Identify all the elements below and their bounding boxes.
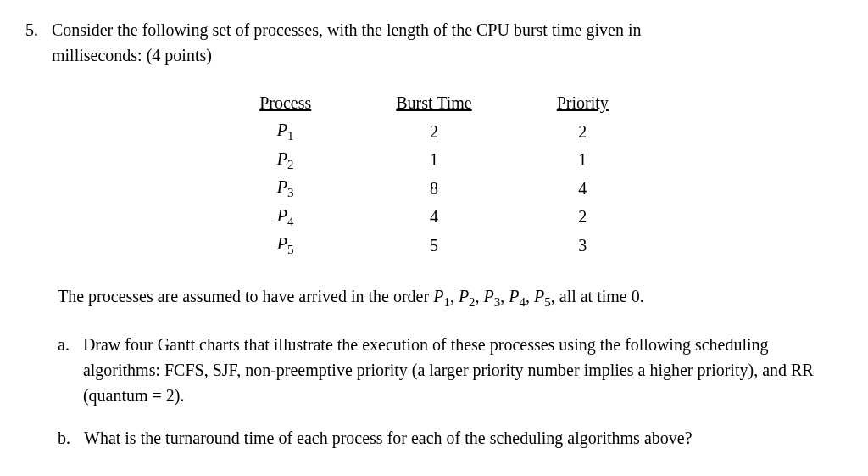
cell-process: P3 <box>217 174 353 203</box>
cell-process: P2 <box>217 146 353 175</box>
cell-priority: 3 <box>515 231 651 260</box>
header-burst: Burst Time <box>353 88 514 117</box>
cell-process: P4 <box>217 203 353 232</box>
question-line1: Consider the following set of processes,… <box>52 20 641 39</box>
question-text: Consider the following set of processes,… <box>52 17 843 68</box>
cell-priority: 2 <box>515 203 651 232</box>
table-header-row: Process Burst Time Priority <box>217 88 651 117</box>
process-table-container: Process Burst Time Priority P1 2 2 P2 1 … <box>25 88 843 260</box>
header-priority: Priority <box>515 88 651 117</box>
question-header: 5. Consider the following set of process… <box>25 17 843 68</box>
cell-burst: 1 <box>353 146 514 175</box>
cell-burst: 5 <box>353 231 514 260</box>
cell-burst: 4 <box>353 203 514 232</box>
part-a: a. Draw four Gantt charts that illustrat… <box>58 332 843 408</box>
cell-burst: 2 <box>353 117 514 146</box>
cell-priority: 4 <box>515 174 651 203</box>
part-b-letter: b. <box>58 425 70 451</box>
table-row: P5 5 3 <box>217 231 651 260</box>
cell-burst: 8 <box>353 174 514 203</box>
part-b: b. What is the turnaround time of each p… <box>58 425 843 451</box>
question-number: 5. <box>25 17 38 68</box>
part-a-letter: a. <box>58 332 70 408</box>
cell-priority: 2 <box>515 117 651 146</box>
process-table: Process Burst Time Priority P1 2 2 P2 1 … <box>217 88 651 260</box>
cell-process: P1 <box>217 117 353 146</box>
cell-process: P5 <box>217 231 353 260</box>
arrival-text: The processes are assumed to have arrive… <box>58 283 843 312</box>
part-b-text: What is the turnaround time of each proc… <box>84 425 693 451</box>
header-process: Process <box>217 88 353 117</box>
table-row: P2 1 1 <box>217 146 651 175</box>
question-line2: milliseconds: (4 points) <box>52 46 212 64</box>
table-row: P1 2 2 <box>217 117 651 146</box>
cell-priority: 1 <box>515 146 651 175</box>
table-row: P3 8 4 <box>217 174 651 203</box>
part-a-text: Draw four Gantt charts that illustrate t… <box>83 332 843 408</box>
table-row: P4 4 2 <box>217 203 651 232</box>
